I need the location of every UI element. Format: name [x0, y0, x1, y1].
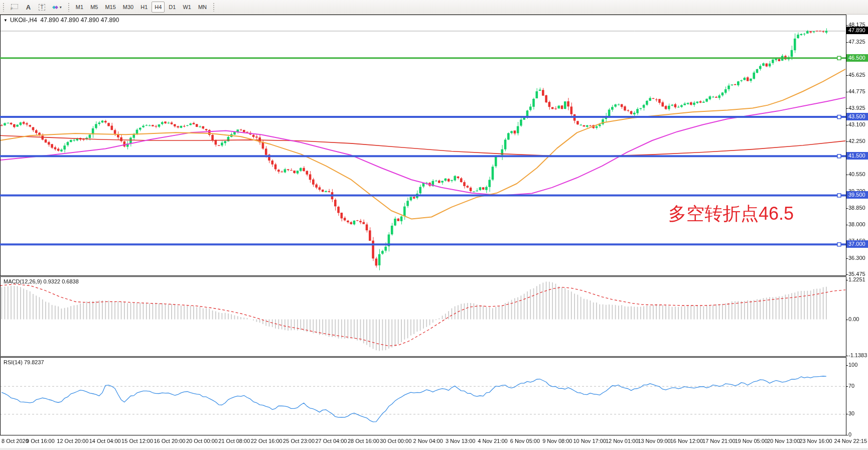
timeframe-button-m15[interactable]: M15: [102, 2, 118, 13]
timeframe-button-mn[interactable]: MN: [195, 2, 210, 13]
collapse-arrow-icon: ▼: [4, 18, 8, 23]
macd-indicator-label: MACD(12,26,9) 0.9322 0.6838: [4, 278, 79, 284]
timeframe-button-m1[interactable]: M1: [73, 2, 86, 13]
macd-tick-label: 0.00: [848, 316, 859, 322]
price-tick-label: 43.100: [848, 121, 865, 127]
text-label-tool-icon: T: [39, 4, 45, 11]
text-tool-icon: A: [26, 4, 31, 11]
timeframe-button-m30[interactable]: M30: [120, 2, 136, 13]
chevron-down-icon: ▾: [60, 5, 62, 10]
rsi-tick-label: 70: [848, 383, 854, 389]
fibonacci-tool-icon: F: [11, 4, 18, 10]
price-tick-label: 38.000: [848, 221, 865, 227]
level-price-box: 39.500: [846, 191, 868, 199]
timeframe-button-d1[interactable]: D1: [166, 2, 179, 13]
fibonacci-tool-button[interactable]: F: [8, 2, 21, 13]
shapes-tool-button[interactable]: ◆ ◆ ▾: [49, 2, 65, 13]
time-axis-label: 6 Nov 05:00: [510, 438, 540, 444]
chart-annotation-text: 多空转折点46.5: [668, 204, 794, 224]
time-axis-label: 9 Nov 08:00: [542, 438, 572, 444]
price-tick-label: 44.775: [848, 88, 865, 94]
price-tick-label: 45.625: [848, 72, 865, 78]
level-price-box: 43.500: [846, 113, 868, 120]
time-axis-label: 25 Oct 23:00: [283, 438, 315, 444]
time-axis-label: 27 Oct 04:00: [316, 438, 347, 444]
time-axis-label: 3 Nov 13:00: [446, 438, 475, 444]
time-axis-label: 30 Oct 00:00: [380, 438, 411, 444]
text-tool-button[interactable]: A: [22, 2, 35, 13]
timeframe-button-group: M1M5M15M30H1H4D1W1MN: [72, 2, 210, 13]
macd-tick-label: -1.1383: [848, 352, 867, 358]
rsi-tick-label: 100: [848, 362, 857, 368]
level-price-box: 37.000: [846, 240, 868, 248]
timeframe-button-h1[interactable]: H1: [137, 2, 151, 13]
time-axis-label: 17 Nov 21:00: [702, 438, 735, 444]
toolbar-grip[interactable]: [3, 3, 5, 12]
text-label-tool-button[interactable]: T: [36, 2, 48, 13]
chart-title-text: UKOil-,H4 47.890 47.890 47.890 47.890: [10, 17, 119, 24]
time-axis-label: 19 Nov 05:00: [735, 438, 767, 444]
time-axis-label: 13 Nov 09:00: [638, 438, 670, 444]
time-axis-label: 16 Oct 20:00: [154, 438, 186, 444]
timeframe-button-h4[interactable]: H4: [152, 2, 165, 13]
price-tick-label: 43.925: [848, 105, 865, 111]
price-tick-label: 35.475: [848, 271, 865, 277]
price-tick-label: 42.250: [848, 138, 865, 144]
level-price-box: 46.500: [846, 54, 868, 62]
timeframe-button-m5[interactable]: M5: [87, 2, 101, 13]
toolbar-grip[interactable]: [68, 3, 70, 12]
time-axis-label: 23 Nov 16:00: [799, 438, 832, 444]
time-axis-label: 22 Oct 16:00: [251, 438, 282, 444]
trading-app-window: F A T ◆ ◆ ▾ M1M5M15M30H1H4D1W1MN ▼ UKOil…: [0, 0, 868, 450]
rsi-tick-label: 0: [848, 431, 851, 437]
toolbar: F A T ◆ ◆ ▾ M1M5M15M30H1H4D1W1MN: [0, 0, 868, 15]
time-axis-label: 16 Nov 12:00: [670, 438, 703, 444]
time-axis-label: 20 Nov 13:00: [767, 438, 800, 444]
level-price-box: 41.500: [846, 152, 868, 160]
time-axis-label: 15 Oct 12:00: [121, 438, 153, 444]
time-axis-label: 10 Nov 17:00: [573, 438, 606, 444]
time-axis-label: 12 Nov 01:00: [606, 438, 638, 444]
time-axis-label: 21 Oct 08:00: [218, 438, 250, 444]
rsi-tick-label: 30: [848, 410, 854, 416]
time-axis-label: 8 Oct 2020: [2, 438, 29, 444]
time-axis-label: 4 Nov 21:00: [478, 438, 507, 444]
current-price-box: 47.890: [846, 27, 868, 34]
time-axis-label: 14 Oct 04:00: [89, 438, 121, 444]
price-tick-label: 40.550: [848, 171, 865, 177]
rsi-indicator-label: RSI(14) 79.8237: [4, 359, 44, 365]
macd-tick-label: 1.2251: [848, 276, 865, 282]
time-axis-label: 28 Oct 16:00: [348, 438, 379, 444]
toolbar-grip[interactable]: [213, 3, 215, 12]
chart-canvas[interactable]: [0, 0, 868, 450]
timeframe-button-w1[interactable]: W1: [180, 2, 194, 13]
chart-symbol-title: ▼ UKOil-,H4 47.890 47.890 47.890 47.890: [4, 17, 119, 24]
time-axis-label: 2 Nov 04:00: [413, 438, 443, 444]
price-tick-label: 36.300: [848, 255, 865, 261]
price-tick-label: 38.850: [848, 205, 865, 211]
time-axis-label: 20 Oct 00:00: [186, 438, 218, 444]
price-tick-label: 47.325: [848, 39, 865, 45]
shape-diamond-icon: ◆: [55, 5, 58, 10]
time-axis-label: 9 Oct 16:00: [26, 438, 55, 444]
time-axis-label: 12 Oct 20:00: [57, 438, 88, 444]
time-axis-label: 24 Nov 22:15: [834, 438, 867, 444]
